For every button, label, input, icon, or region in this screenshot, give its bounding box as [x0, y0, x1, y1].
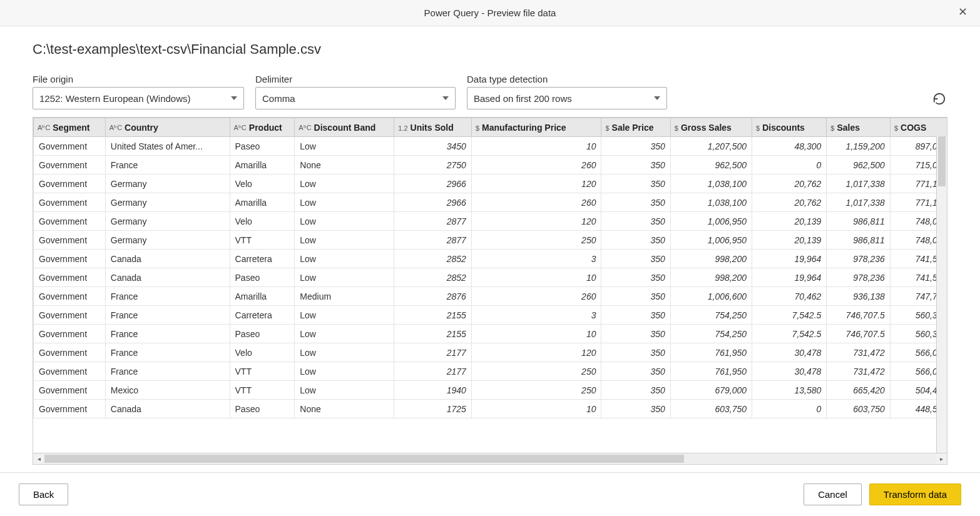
table-cell: 120	[471, 212, 601, 231]
back-button[interactable]: Back	[19, 483, 68, 505]
table-cell: Government	[34, 175, 106, 193]
table-cell: 260	[471, 193, 601, 212]
refresh-button[interactable]	[931, 91, 947, 107]
column-header[interactable]: AᵇCDiscount Band	[295, 118, 394, 137]
currency-type-icon: $	[605, 124, 609, 132]
column-header[interactable]: $Sales	[827, 118, 891, 137]
detection-dropdown[interactable]: Based on first 200 rows	[467, 87, 667, 109]
chevron-down-icon	[442, 96, 449, 100]
table-cell: 978,236	[827, 268, 891, 287]
table-cell: 2155	[394, 306, 472, 325]
table-row[interactable]: GovernmentCanadaPaseoNone172510350603,75…	[34, 400, 947, 418]
close-icon[interactable]: ✕	[953, 4, 972, 20]
text-type-icon: AᵇC	[38, 124, 50, 132]
table-cell: 2966	[394, 175, 472, 193]
column-header[interactable]: AᵇCSegment	[34, 118, 106, 137]
refresh-icon	[932, 92, 946, 106]
column-header[interactable]: $COGS	[890, 118, 947, 137]
column-header[interactable]: $Sale Price	[601, 118, 670, 137]
table-cell: Germany	[105, 175, 230, 193]
column-header-label: Units Sold	[411, 123, 454, 133]
column-header-label: Segment	[53, 123, 89, 133]
table-row[interactable]: GovernmentFranceAmarillaNone275026035096…	[34, 156, 947, 175]
file-origin-value: 1252: Western European (Windows)	[39, 93, 191, 104]
horizontal-scrollbar[interactable]: ◂ ▸	[33, 453, 947, 464]
scrollbar-thumb[interactable]	[938, 136, 946, 186]
table-cell: 754,250	[670, 306, 752, 325]
table-cell: Low	[295, 381, 394, 400]
detection-label: Data type detection	[467, 74, 667, 84]
table-cell: United States of Amer...	[105, 137, 230, 156]
table-cell: 120	[471, 175, 601, 193]
currency-type-icon: $	[756, 124, 760, 132]
file-origin-dropdown[interactable]: 1252: Western European (Windows)	[33, 87, 244, 109]
vertical-scrollbar[interactable]	[936, 136, 947, 453]
table-cell: 260	[471, 287, 601, 306]
column-header[interactable]: $Gross Sales	[670, 118, 752, 137]
table-cell: France	[105, 287, 230, 306]
table-cell: Government	[34, 212, 106, 231]
column-header[interactable]: $Discounts	[752, 118, 827, 137]
transform-data-button[interactable]: Transform data	[869, 483, 961, 505]
delimiter-dropdown[interactable]: Comma	[255, 87, 456, 109]
table-cell: Government	[34, 250, 106, 268]
table-row[interactable]: GovernmentCanadaCarreteraLow28523350998,…	[34, 250, 947, 268]
table-cell: 250	[471, 362, 601, 381]
table-cell: 1725	[394, 400, 472, 418]
file-path: C:\test-examples\text-csv\Financial Samp…	[33, 41, 947, 58]
table-cell: None	[295, 400, 394, 418]
table-row[interactable]: GovernmentGermanyAmarillaLow29662603501,…	[34, 193, 947, 212]
table-cell: Paseo	[230, 137, 295, 156]
scrollbar-thumb[interactable]	[44, 455, 684, 463]
number-type-icon: 1.2	[398, 124, 407, 132]
table-cell: 2877	[394, 231, 472, 250]
column-header[interactable]: AᵇCProduct	[230, 118, 295, 137]
table-cell: Government	[34, 343, 106, 362]
table-row[interactable]: GovernmentMexicoVTTLow1940250350679,0001…	[34, 381, 947, 400]
table-cell: Amarilla	[230, 156, 295, 175]
table-cell: Low	[295, 268, 394, 287]
table-cell: 2750	[394, 156, 472, 175]
chevron-down-icon	[231, 96, 237, 100]
column-header[interactable]: $Manufacturing Price	[471, 118, 601, 137]
table-row[interactable]: GovernmentUnited States of Amer...PaseoL…	[34, 137, 947, 156]
table-cell: Germany	[105, 231, 230, 250]
table-cell: 1,017,338	[827, 175, 891, 193]
currency-type-icon: $	[476, 124, 479, 132]
table-cell: France	[105, 325, 230, 343]
table-row[interactable]: GovernmentGermanyVTTLow28772503501,006,9…	[34, 231, 947, 250]
currency-type-icon: $	[675, 124, 678, 132]
table-cell: 350	[601, 156, 670, 175]
table-cell: 350	[601, 268, 670, 287]
table-row[interactable]: GovernmentFrancePaseoLow215510350754,250…	[34, 325, 947, 343]
cancel-button[interactable]: Cancel	[804, 483, 862, 505]
table-cell: 350	[601, 137, 670, 156]
table-cell: Low	[295, 325, 394, 343]
table-cell: 746,707.5	[827, 306, 891, 325]
table-cell: Medium	[295, 287, 394, 306]
table-cell: VTT	[230, 231, 295, 250]
table-row[interactable]: GovernmentFranceCarreteraLow21553350754,…	[34, 306, 947, 325]
table-row[interactable]: GovernmentFranceAmarillaMedium2876260350…	[34, 287, 947, 306]
table-row[interactable]: GovernmentFranceVeloLow2177120350761,950…	[34, 343, 947, 362]
table-cell: 350	[601, 362, 670, 381]
table-row[interactable]: GovernmentCanadaPaseoLow285210350998,200…	[34, 268, 947, 287]
window-title: Power Query - Preview file data	[424, 8, 556, 18]
scroll-right-icon[interactable]: ▸	[936, 453, 947, 464]
table-row[interactable]: GovernmentGermanyVeloLow29661203501,038,…	[34, 175, 947, 193]
table-cell: 13,580	[752, 381, 827, 400]
scroll-left-icon[interactable]: ◂	[33, 453, 44, 464]
table-row[interactable]: GovernmentFranceVTTLow2177250350761,9503…	[34, 362, 947, 381]
table-cell: Government	[34, 156, 106, 175]
column-header[interactable]: 1.2Units Sold	[394, 118, 472, 137]
table-row[interactable]: GovernmentGermanyVeloLow28771203501,006,…	[34, 212, 947, 231]
table-cell: 350	[601, 400, 670, 418]
column-header[interactable]: AᵇCCountry	[105, 118, 230, 137]
table-cell: Paseo	[230, 325, 295, 343]
table-cell: Government	[34, 400, 106, 418]
table-cell: Paseo	[230, 268, 295, 287]
table-cell: Mexico	[105, 381, 230, 400]
table-cell: 761,950	[670, 343, 752, 362]
table-cell: 2155	[394, 325, 472, 343]
table-cell: 350	[601, 175, 670, 193]
